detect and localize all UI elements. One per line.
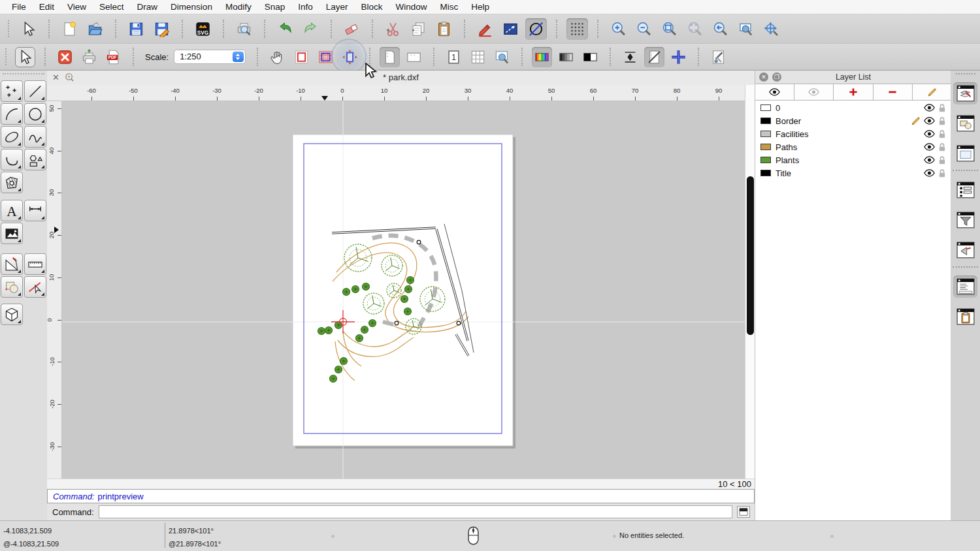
hide-all-layers-button[interactable] <box>794 84 834 100</box>
layer-row-0[interactable]: 0 <box>755 101 951 114</box>
menu-snap[interactable]: Snap <box>258 0 292 14</box>
measure-tool-button[interactable] <box>1 253 23 275</box>
layer-list-dock-button[interactable] <box>953 82 977 104</box>
selection-arrow-button[interactable] <box>18 18 39 40</box>
cut-button[interactable] <box>382 18 404 40</box>
save-button[interactable] <box>125 18 147 40</box>
vertical-scrollbar-thumb[interactable] <box>747 176 754 335</box>
portrait-orientation-button[interactable] <box>380 47 400 67</box>
edit-layer-button[interactable] <box>913 84 951 100</box>
page-overlay-button[interactable] <box>644 47 664 67</box>
block-list-dock-button[interactable] <box>953 112 977 134</box>
pen-edit-button[interactable] <box>474 18 496 40</box>
modify-tool-button[interactable] <box>1 276 23 298</box>
layer-visibility-eye-icon[interactable] <box>924 143 935 151</box>
menu-misc[interactable]: Misc <box>434 0 465 14</box>
toolbar-drag-handle[interactable] <box>8 20 12 37</box>
fit-to-page-button[interactable] <box>340 47 360 67</box>
layer-lock-icon[interactable] <box>938 168 946 178</box>
menu-layer[interactable]: Layer <box>319 0 355 14</box>
toolbar-drag-handle[interactable] <box>5 48 9 65</box>
zoom-window-button[interactable] <box>735 18 757 40</box>
layer-lock-icon[interactable] <box>938 129 946 139</box>
layer-lock-icon[interactable] <box>938 155 946 165</box>
grid-toggle-button[interactable] <box>566 18 588 40</box>
zoom-page-button[interactable] <box>492 47 512 67</box>
horizontal-scrollbar[interactable]: 10 < 100 <box>47 479 755 489</box>
zoom-pan-button[interactable] <box>760 18 782 40</box>
remove-layer-button[interactable] <box>874 84 913 100</box>
entity-filter-dock-button[interactable] <box>953 209 977 231</box>
menu-window[interactable]: Window <box>389 0 434 14</box>
entity-list-dock-button[interactable] <box>953 179 977 201</box>
layer-visibility-eye-icon[interactable] <box>924 156 935 164</box>
vertical-scrollbar[interactable] <box>745 85 755 479</box>
points-tool-button[interactable] <box>1 80 23 102</box>
menu-select[interactable]: Select <box>93 0 131 14</box>
tab-close-icon[interactable]: ✕ <box>52 72 59 83</box>
dimension-tool-button[interactable] <box>24 200 46 221</box>
menu-view[interactable]: View <box>61 0 93 14</box>
menu-info[interactable]: Info <box>291 0 319 14</box>
settings-button[interactable] <box>708 47 728 67</box>
command-dock-icon[interactable] <box>737 506 750 518</box>
zoom-previous-button[interactable] <box>710 18 731 40</box>
layer-lock-icon[interactable] <box>938 116 946 126</box>
paper-grid-button[interactable] <box>316 47 336 67</box>
zoom-in-button[interactable] <box>608 18 629 40</box>
layer-visibility-eye-icon[interactable] <box>924 104 935 112</box>
layer-visibility-eye-icon[interactable] <box>924 130 935 138</box>
scale-select[interactable]: 1:250 <box>174 50 246 64</box>
add-layer-button[interactable] <box>834 84 873 100</box>
show-all-layers-button[interactable] <box>755 84 794 100</box>
delete-entities-button[interactable] <box>341 18 363 40</box>
ellipse-tool-button[interactable] <box>1 126 23 148</box>
paper-border-button[interactable] <box>291 47 312 67</box>
command-output-dock-button[interactable] <box>953 239 977 261</box>
zoom-auto-button[interactable] <box>659 18 680 40</box>
draft-mode-button[interactable] <box>525 18 547 40</box>
clipboard-panel-dock-button[interactable] <box>953 306 977 328</box>
menu-dimension[interactable]: Dimension <box>164 0 219 14</box>
polygon-tool-button[interactable] <box>24 149 46 170</box>
color-mode-button[interactable] <box>532 47 552 67</box>
zoom-out-button[interactable] <box>633 18 655 40</box>
layer-lock-icon[interactable] <box>938 103 946 113</box>
blackwhite-mode-button[interactable] <box>580 47 600 67</box>
preview-select-arrow-button[interactable] <box>15 47 35 67</box>
layer-row-plants[interactable]: Plants <box>755 153 951 166</box>
print-preview-button[interactable] <box>233 18 255 40</box>
multi-pages-button[interactable] <box>468 47 488 67</box>
svg-export-button[interactable]: SVG <box>192 18 214 40</box>
center-cross-button[interactable] <box>668 47 689 67</box>
grayscale-mode-button[interactable] <box>556 47 576 67</box>
redo-button[interactable] <box>300 18 321 40</box>
spline-tool-button[interactable] <box>24 126 46 148</box>
select-entity-tool-button[interactable] <box>24 276 46 298</box>
line-width-button[interactable] <box>620 47 640 67</box>
text-tool-button[interactable]: A <box>1 200 23 221</box>
select-window-button[interactable] <box>500 18 521 40</box>
menu-file[interactable]: File <box>5 0 33 14</box>
polyline-tool-button[interactable] <box>1 149 23 170</box>
landscape-orientation-button[interactable] <box>404 47 424 67</box>
pan-hand-button[interactable] <box>267 47 287 67</box>
command-widget-dock-button[interactable] <box>953 276 977 298</box>
library-browser-dock-button[interactable] <box>953 142 977 165</box>
new-document-button[interactable] <box>59 18 80 40</box>
menu-draw[interactable]: Draw <box>131 0 165 14</box>
ruler-tool-tool-button[interactable] <box>24 253 46 275</box>
menu-edit[interactable]: Edit <box>33 0 61 14</box>
layer-visibility-eye-icon[interactable] <box>924 117 935 125</box>
dock-drag-handle[interactable] <box>956 73 975 74</box>
menu-block[interactable]: Block <box>355 0 389 14</box>
close-print-preview-button[interactable] <box>55 47 75 67</box>
arc-tool-button[interactable] <box>1 103 23 125</box>
line-tool-button[interactable] <box>24 80 46 102</box>
single-page-button[interactable]: 1 <box>444 47 464 67</box>
undo-button[interactable] <box>274 18 296 40</box>
drawing-canvas[interactable] <box>62 101 745 479</box>
save-as-button[interactable] <box>151 18 172 40</box>
pdf-export-button[interactable]: PDF <box>103 47 123 67</box>
layer-row-paths[interactable]: Paths <box>755 140 951 153</box>
